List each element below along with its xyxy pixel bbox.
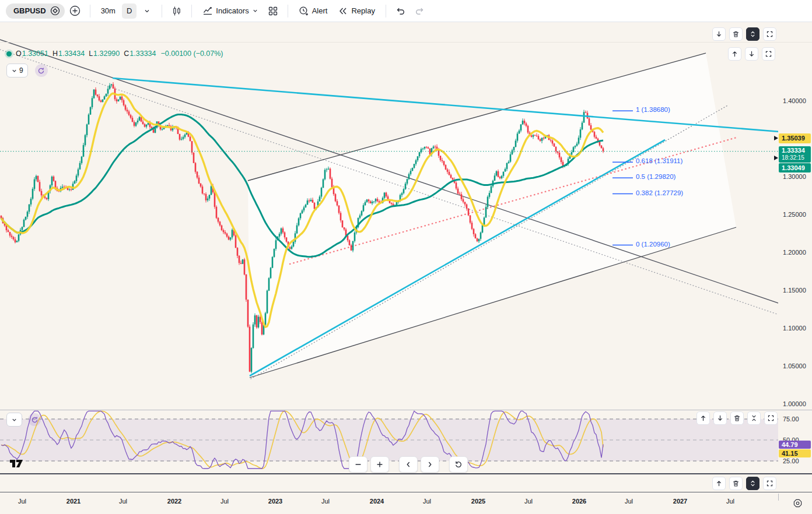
time-axis[interactable]: Jul2021Jul2022Jul2023Jul2024Jul2025Jul20… — [0, 492, 812, 514]
time-axis-divider — [778, 494, 779, 501]
reset-button[interactable] — [449, 456, 468, 473]
layout-grid-icon[interactable] — [265, 3, 281, 19]
interval-chevron-down-icon[interactable] — [139, 3, 155, 19]
redo-icon[interactable] — [411, 3, 428, 19]
compare-add-icon[interactable] — [67, 3, 83, 19]
high-value: 1.33434 — [58, 50, 85, 58]
price-tick: 1.25000 — [783, 211, 806, 218]
indicators-chevron-down-icon — [252, 8, 258, 14]
alert-button[interactable]: Alert — [295, 3, 332, 19]
trash-button[interactable] — [730, 411, 744, 425]
toolbar-divider — [288, 5, 288, 17]
price-tick: 1.20000 — [783, 249, 806, 256]
price-tick: 1.30000 — [783, 173, 806, 180]
price-axis[interactable]: USD 1.400001.300001.250001.200001.150001… — [778, 22, 812, 492]
price-tick: 1.00000 — [783, 400, 806, 407]
last-price-value: 1.33334 — [782, 146, 811, 154]
close-value: 1.33334 — [130, 50, 156, 58]
toolbar-divider — [191, 5, 192, 17]
arrow-up-button[interactable] — [728, 47, 741, 61]
top-toolbar: GBPUSD 30m D Indicators — [0, 0, 812, 22]
rsi-value-tag: 44.79 — [779, 441, 811, 449]
price-tick: 1.10000 — [783, 325, 806, 332]
rsi-legend-row — [6, 413, 41, 427]
fib-level-label: 0 (1.20960) — [636, 241, 670, 248]
chart-nav-controls — [349, 456, 471, 473]
zoom-out-button[interactable] — [349, 456, 368, 473]
price-tick: 1.05000 — [783, 362, 806, 369]
time-label: Jul — [321, 498, 330, 505]
chevron-down-icon — [11, 417, 18, 423]
channel-fill — [248, 53, 736, 378]
arrow-down-button[interactable] — [712, 27, 726, 41]
arrow-up-button[interactable] — [696, 411, 710, 425]
pane-divider-dark[interactable] — [0, 473, 812, 474]
time-label: 2022 — [167, 498, 181, 505]
main-price-pane[interactable] — [0, 22, 778, 410]
time-label: 2024 — [370, 498, 384, 505]
sync-drawing-icon[interactable] — [35, 64, 48, 77]
series-color-dot — [6, 51, 12, 57]
arrow-down-button[interactable] — [713, 411, 727, 425]
maximize-button[interactable] — [746, 27, 760, 41]
toolbar-divider — [386, 5, 386, 17]
pane-top-divider — [0, 42, 812, 43]
chevron-down-icon — [11, 68, 18, 74]
sync-drawing-icon[interactable] — [28, 413, 41, 426]
chart-container: O1.33051 H1.33434 L1.32990 C1.33334 −0.0… — [0, 22, 812, 514]
indicators-button[interactable]: Indicators — [198, 3, 262, 19]
chart-style-candles-icon[interactable] — [169, 3, 185, 19]
low-value: 1.32990 — [93, 50, 120, 58]
price-marker-arrow — [774, 156, 778, 160]
symbol-button[interactable]: GBPUSD — [6, 3, 65, 19]
expand-button[interactable] — [763, 477, 776, 490]
zoom-in-button[interactable] — [370, 456, 389, 473]
arrow-up-button[interactable] — [712, 477, 726, 490]
indicator-legend-toggle[interactable]: 9 — [6, 64, 28, 78]
rsi-legend-toggle[interactable] — [6, 413, 22, 427]
replay-label: Replay — [351, 6, 374, 15]
fib-level-label: 1 (1.38680) — [636, 106, 670, 113]
scroll-left-button[interactable] — [399, 456, 418, 473]
time-label: Jul — [18, 498, 26, 505]
scroll-right-button[interactable] — [421, 456, 439, 473]
trash-button[interactable] — [729, 27, 743, 41]
time-label: Jul — [625, 498, 633, 505]
price-marker-arrow — [774, 136, 778, 140]
timezone-settings-icon[interactable] — [790, 496, 805, 510]
toolbar-divider — [90, 5, 90, 17]
time-label: 2026 — [572, 498, 586, 505]
undo-icon[interactable] — [393, 3, 409, 19]
indicator-legend-row: 9 — [6, 64, 48, 78]
last-price-tag: 1.3333418:32:15 — [779, 146, 811, 163]
fib-level-label: 0.618 (1.31911) — [636, 157, 682, 164]
price-tick: 1.40000 — [783, 97, 806, 104]
change-value: −0.00100 (−0.07%) — [161, 50, 223, 58]
interval-d-button[interactable]: D — [122, 3, 136, 19]
expand-button[interactable] — [764, 411, 778, 425]
price-tick: 1.15000 — [783, 287, 806, 294]
rsi-tick: 75.00 — [783, 416, 799, 423]
pane-divider[interactable] — [0, 410, 812, 410]
expand-button[interactable] — [762, 47, 775, 61]
time-label: Jul — [524, 498, 533, 505]
rsi-pane-controls — [696, 411, 778, 425]
ma-yellow-price-tag: 1.35039 — [779, 133, 811, 143]
time-label: Jul — [726, 498, 734, 505]
expand-button[interactable] — [763, 27, 776, 41]
trash-button[interactable] — [729, 477, 743, 490]
interval-30m-button[interactable]: 30m — [97, 3, 120, 19]
fib-level-label: 0.382 (1.27729) — [636, 189, 683, 196]
arrow-down-button[interactable] — [745, 47, 758, 61]
time-label: Jul — [119, 498, 127, 505]
open-value: 1.33051 — [22, 50, 48, 58]
time-label: 2023 — [268, 498, 282, 505]
minimize-button[interactable] — [747, 411, 761, 425]
alert-label: Alert — [312, 6, 328, 15]
tradingview-logo — [9, 458, 26, 470]
time-label: 2027 — [673, 498, 687, 505]
maximize-button[interactable] — [746, 477, 760, 490]
time-label: 2021 — [66, 498, 80, 505]
open-label: O — [16, 50, 22, 58]
replay-button[interactable]: Replay — [334, 3, 379, 19]
